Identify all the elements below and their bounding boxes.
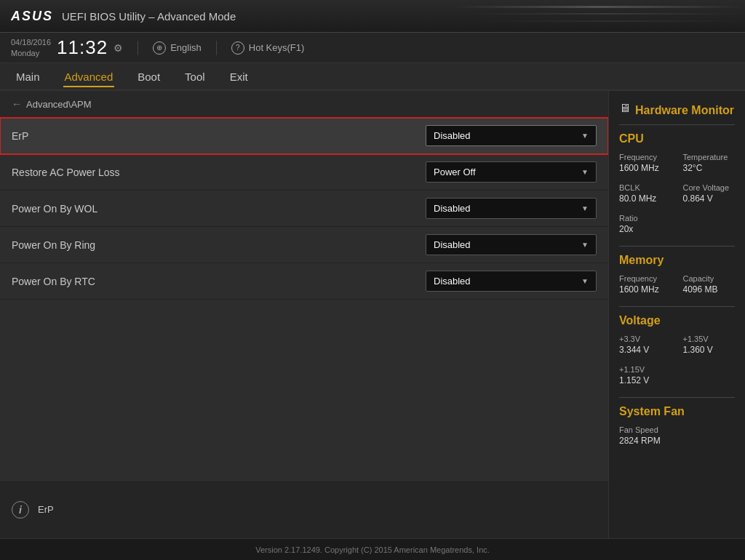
sidebar-voltage-115: +1.15V 1.152 V — [619, 365, 735, 390]
sidebar-cpu-bclk-label: BCLK — [619, 183, 672, 192]
sidebar-divider-0 — [619, 124, 735, 125]
setting-label-power-ring: Power On By Ring — [12, 239, 426, 251]
settings-list: ErP Disabled ▼ Restore AC Power Loss Pow… — [0, 118, 608, 480]
setting-label-erp: ErP — [12, 130, 426, 142]
sidebar-divider-3 — [619, 397, 735, 398]
sidebar-mem-cap-label: Capacity — [683, 274, 736, 283]
sidebar-voltage-title: Voltage — [619, 314, 735, 327]
header-title: UEFI BIOS Utility – Advanced Mode — [62, 10, 236, 23]
sidebar-divider-1 — [619, 246, 735, 247]
nav-item-exit[interactable]: Exit — [228, 68, 250, 86]
header-bar: ASUS UEFI BIOS Utility – Advanced Mode — [0, 0, 745, 33]
nav-item-advanced[interactable]: Advanced — [63, 68, 115, 87]
dropdown-power-wol-value: Disabled — [434, 203, 471, 214]
sidebar-cpu-bclk-col: BCLK 80.0 MHz — [619, 183, 672, 208]
sidebar-cpu-corevolt-value: 0.864 V — [683, 193, 736, 204]
sidebar-cpu-ratio-col: Ratio 20x — [619, 214, 735, 239]
sidebar-fan-speed-value: 2824 RPM — [619, 436, 735, 446]
info-bar: i ErP — [0, 480, 608, 538]
sidebar-v115-value: 1.152 V — [619, 375, 735, 385]
dropdown-power-rtc-arrow: ▼ — [581, 277, 589, 285]
sidebar-cpu-corevolt-col: Core Voltage 0.864 V — [683, 183, 736, 208]
sidebar-cpu-title: CPU — [619, 132, 735, 145]
sidebar-cpu-temp-value: 32°C — [683, 163, 736, 173]
datetime-block: 04/18/2016 Monday 11:32 ⚙ — [11, 36, 123, 59]
dropdown-power-wol[interactable]: Disabled ▼ — [426, 198, 597, 219]
sidebar-mem-cap-value: 4096 MB — [683, 284, 736, 295]
sidebar-fan-speed-col: Fan Speed 2824 RPM — [619, 425, 735, 450]
main-layout: ← Advanced\APM ErP Disabled ▼ Restore AC… — [0, 91, 745, 538]
sidebar-v115-label: +1.15V — [619, 365, 735, 374]
sidebar-sysfan-title: System Fan — [619, 405, 735, 418]
setting-label-restore-ac: Restore AC Power Loss — [12, 167, 426, 178]
dropdown-erp-value: Disabled — [434, 130, 471, 141]
sidebar-v135-value: 1.360 V — [683, 345, 736, 355]
sidebar-cpu-ratio-label: Ratio — [619, 214, 735, 223]
sidebar-hardware-monitor: 🖥 Hardware Monitor CPU Frequency 1600 MH… — [608, 91, 745, 538]
dropdown-erp-arrow: ▼ — [581, 132, 589, 140]
dropdown-restore-ac-arrow: ▼ — [581, 168, 589, 176]
dropdown-restore-ac-value: Power Off — [434, 167, 476, 177]
info-text: ErP — [38, 504, 54, 515]
dropdown-power-ring-arrow: ▼ — [581, 241, 589, 249]
dropdown-power-ring[interactable]: Disabled ▼ — [426, 234, 597, 255]
sidebar-mem-freq-label: Frequency — [619, 274, 672, 283]
asus-logo: ASUS — [11, 9, 53, 24]
header-decoration — [454, 0, 745, 33]
hotkeys-button[interactable]: ? Hot Keys(F1) — [231, 41, 305, 55]
breadcrumb: ← Advanced\APM — [0, 91, 608, 118]
setting-label-power-wol: Power On By WOL — [12, 203, 426, 215]
breadcrumb-path: Advanced\APM — [26, 99, 92, 110]
language-selector[interactable]: ⊕ English — [153, 41, 202, 55]
date-display: 04/18/2016 Monday — [11, 37, 51, 58]
setting-row-power-rtc[interactable]: Power On By RTC Disabled ▼ — [0, 263, 608, 300]
toolbar-separator-2 — [216, 41, 217, 55]
sidebar-memory-freq-cap: Frequency 1600 MHz Capacity 4096 MB — [619, 274, 735, 299]
sidebar-fan-speed-row: Fan Speed 2824 RPM — [619, 425, 735, 450]
sidebar-cpu-corevolt-label: Core Voltage — [683, 183, 736, 192]
setting-row-power-ring[interactable]: Power On By Ring Disabled ▼ — [0, 227, 608, 263]
sidebar-v33-col: +3.3V 3.344 V — [619, 335, 672, 359]
monitor-icon: 🖥 — [619, 102, 631, 115]
nav-item-boot[interactable]: Boot — [136, 68, 162, 86]
nav-item-tool[interactable]: Tool — [183, 68, 207, 86]
sidebar-v33-label: +3.3V — [619, 335, 672, 343]
sidebar-cpu-freq-col: Frequency 1600 MHz — [619, 153, 672, 177]
setting-row-restore-ac[interactable]: Restore AC Power Loss Power Off ▼ — [0, 154, 608, 191]
sidebar-divider-2 — [619, 306, 735, 307]
language-label: English — [170, 42, 202, 53]
sidebar-cpu-freq-value: 1600 MHz — [619, 163, 672, 173]
setting-label-power-rtc: Power On By RTC — [12, 276, 426, 287]
sidebar-v33-value: 3.344 V — [619, 345, 672, 355]
dropdown-power-wol-arrow: ▼ — [581, 204, 589, 212]
hotkeys-label: Hot Keys(F1) — [249, 42, 305, 53]
setting-row-power-wol[interactable]: Power On By WOL Disabled ▼ — [0, 191, 608, 227]
nav-menu: Main Advanced Boot Tool Exit — [0, 63, 745, 91]
sidebar-mem-cap-col: Capacity 4096 MB — [683, 274, 736, 299]
sidebar-cpu-ratio-value: 20x — [619, 224, 735, 234]
sidebar-mem-freq-value: 1600 MHz — [619, 284, 672, 295]
nav-item-main[interactable]: Main — [15, 68, 41, 86]
content-area: ← Advanced\APM ErP Disabled ▼ Restore AC… — [0, 91, 608, 538]
settings-icon[interactable]: ⚙ — [113, 42, 123, 54]
dropdown-restore-ac[interactable]: Power Off ▼ — [426, 161, 597, 183]
footer: Version 2.17.1249. Copyright (C) 2015 Am… — [0, 538, 745, 560]
sidebar-cpu-ratio: Ratio 20x — [619, 214, 735, 239]
footer-text: Version 2.17.1249. Copyright (C) 2015 Am… — [255, 545, 490, 554]
setting-row-erp[interactable]: ErP Disabled ▼ — [0, 118, 608, 154]
sidebar-cpu-temp-col: Temperature 32°C — [683, 153, 736, 177]
sidebar-v115-col: +1.15V 1.152 V — [619, 365, 735, 390]
hotkeys-icon: ? — [231, 41, 244, 55]
dropdown-power-rtc[interactable]: Disabled ▼ — [426, 271, 597, 292]
sidebar-cpu-freq-temp: Frequency 1600 MHz Temperature 32°C — [619, 153, 735, 177]
time-display: 11:32 — [57, 36, 108, 59]
sidebar-voltage-33-135: +3.3V 3.344 V +1.35V 1.360 V — [619, 335, 735, 359]
dropdown-erp[interactable]: Disabled ▼ — [426, 125, 597, 146]
sidebar-title-row: 🖥 Hardware Monitor — [619, 100, 735, 117]
info-icon: i — [12, 501, 29, 519]
sidebar-cpu-bclk-value: 80.0 MHz — [619, 193, 672, 204]
toolbar: 04/18/2016 Monday 11:32 ⚙ ⊕ English ? Ho… — [0, 33, 745, 63]
sidebar-fan-speed-label: Fan Speed — [619, 425, 735, 434]
dropdown-power-rtc-value: Disabled — [434, 276, 471, 287]
dropdown-power-ring-value: Disabled — [434, 239, 471, 250]
